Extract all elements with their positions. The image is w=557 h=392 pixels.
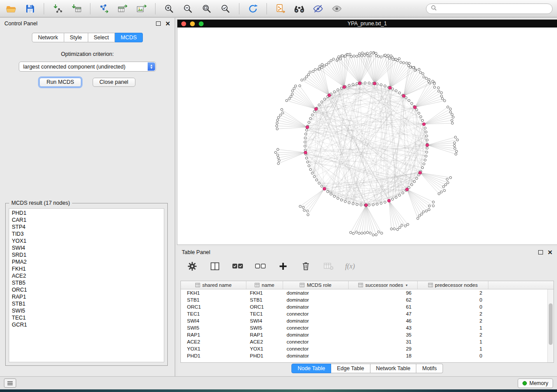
- tab-network[interactable]: Network: [32, 33, 64, 42]
- table-tab-network-table[interactable]: Network Table: [370, 364, 417, 373]
- status-bar: Memory: [0, 376, 557, 389]
- search-box[interactable]: [426, 3, 553, 14]
- mcds-result-item[interactable]: ORC1: [12, 286, 164, 293]
- network-window: YPA_prune.txt_1: [177, 20, 557, 244]
- cell-shared-name: YOX1: [181, 345, 246, 352]
- table-row[interactable]: YOX1YOX1connector291: [181, 345, 554, 352]
- table-tab-edge-table[interactable]: Edge Table: [331, 364, 370, 373]
- table-row[interactable]: ACE2ACE2connector311: [181, 338, 554, 345]
- mcds-result-item[interactable]: STB5: [12, 279, 164, 286]
- mcds-result-item[interactable]: RAP1: [12, 293, 164, 300]
- memory-button[interactable]: Memory: [518, 378, 553, 388]
- mcds-result-item[interactable]: TID3: [12, 230, 164, 237]
- mcds-result-item[interactable]: STB1: [12, 300, 164, 307]
- mcds-result-item[interactable]: GCR1: [12, 321, 164, 328]
- table-row[interactable]: TEC1TEC1connector472: [181, 310, 554, 317]
- window-minimize-button[interactable]: [190, 21, 195, 26]
- add-column-icon[interactable]: [277, 261, 289, 272]
- cell-successor-nodes: 46: [349, 317, 418, 324]
- network-graph[interactable]: [177, 28, 557, 244]
- mcds-result-item[interactable]: STP4: [12, 224, 164, 230]
- zoom-selected-icon[interactable]: [218, 2, 232, 15]
- table-tab-node-table[interactable]: Node Table: [291, 364, 331, 373]
- table-scrollbar-thumb[interactable]: [549, 303, 553, 345]
- refresh-layout-icon[interactable]: [246, 2, 260, 15]
- mcds-result-item[interactable]: PMA2: [12, 258, 164, 265]
- tab-select[interactable]: Select: [88, 33, 115, 42]
- clone-network-icon[interactable]: [273, 2, 287, 15]
- cell-shared-name: STB1: [181, 296, 246, 303]
- cell-name: ORC1: [246, 303, 283, 310]
- mcds-result-item[interactable]: CAR1: [12, 217, 164, 224]
- network-window-titlebar: YPA_prune.txt_1: [177, 20, 557, 28]
- cell-name: RAP1: [246, 331, 283, 338]
- mcds-result-item[interactable]: SRD1: [12, 251, 164, 258]
- cell-predecessor-nodes: 1: [418, 345, 488, 352]
- cell-name: STB1: [246, 296, 283, 303]
- tab-style[interactable]: Style: [64, 33, 88, 42]
- column-header-MCDS-role[interactable]: MCDS role: [283, 281, 349, 289]
- mcds-result-item[interactable]: TEC1: [12, 314, 164, 321]
- main-toolbar: [0, 0, 557, 17]
- table-scrollbar[interactable]: [547, 289, 554, 362]
- search-input[interactable]: [439, 5, 548, 12]
- column-header-filler: [488, 281, 554, 289]
- column-header-name[interactable]: name: [246, 281, 283, 289]
- float-table-panel-icon[interactable]: [538, 250, 543, 254]
- tab-mcds[interactable]: MCDS: [115, 33, 143, 42]
- cell-shared-name: FKH1: [181, 289, 246, 296]
- zoom-out-icon[interactable]: [181, 2, 195, 15]
- cell-predecessor-nodes: 2: [418, 331, 488, 338]
- table-tab-motifs[interactable]: Motifs: [416, 364, 443, 373]
- panel-menu-button[interactable]: [4, 378, 16, 388]
- table-row[interactable]: SWI4SWI4dominator462: [181, 317, 554, 324]
- table-row[interactable]: ORC1ORC1dominator610: [181, 303, 554, 310]
- mcds-result-item[interactable]: YOX1: [12, 237, 164, 244]
- mcds-result-item[interactable]: FKH1: [12, 265, 164, 272]
- mcds-result-item[interactable]: SWI4: [12, 244, 164, 251]
- network-canvas[interactable]: [177, 28, 557, 244]
- close-panel-icon[interactable]: ✕: [165, 21, 170, 27]
- window-zoom-button[interactable]: [199, 21, 204, 26]
- table-row[interactable]: RAP1RAP1dominator352: [181, 331, 554, 338]
- cell-name: PHD1: [246, 352, 283, 359]
- column-header-predecessor-nodes[interactable]: predecessor nodes: [418, 281, 488, 289]
- show-details-icon[interactable]: [330, 2, 344, 15]
- select-all-icon[interactable]: [232, 261, 244, 272]
- open-file-icon[interactable]: [4, 2, 18, 15]
- table-row[interactable]: PHD1PHD1dominator180: [181, 352, 554, 359]
- run-mcds-button[interactable]: Run MCDS: [39, 78, 81, 87]
- cell-name: TEC1: [246, 310, 283, 317]
- search-network-icon[interactable]: [292, 2, 306, 15]
- mcds-result-item[interactable]: PHD1: [12, 210, 164, 217]
- table-row[interactable]: FKH1FKH1dominator962: [181, 289, 554, 296]
- mcds-result-item[interactable]: SWI5: [12, 307, 164, 314]
- zoom-fit-icon[interactable]: [200, 2, 214, 15]
- column-header-successor-nodes[interactable]: successor nodes▾: [349, 281, 418, 289]
- mcds-result-item[interactable]: ACE2: [12, 272, 164, 279]
- window-controls: [181, 21, 204, 26]
- import-table-icon[interactable]: [69, 2, 83, 15]
- close-table-panel-icon[interactable]: ✕: [547, 249, 553, 255]
- export-table-icon[interactable]: [116, 2, 130, 15]
- delete-column-icon[interactable]: [300, 261, 312, 272]
- node-table-body: FKH1FKH1dominator962STB1STB1dominator620…: [181, 289, 554, 359]
- export-image-icon[interactable]: [135, 2, 149, 15]
- deselect-all-icon[interactable]: [254, 261, 266, 272]
- columns-icon[interactable]: [209, 261, 221, 272]
- save-icon[interactable]: [23, 2, 37, 15]
- control-panel: Control Panel ✕ NetworkStyleSelectMCDS O…: [0, 18, 175, 376]
- import-network-icon[interactable]: [51, 2, 65, 15]
- window-close-button[interactable]: [181, 21, 186, 26]
- table-row[interactable]: STB1STB1dominator620: [181, 296, 554, 303]
- float-panel-icon[interactable]: [156, 21, 161, 26]
- optimization-criterion-select[interactable]: largest connected component (undirected)…: [19, 62, 156, 72]
- column-header-shared-name[interactable]: shared name: [181, 281, 246, 289]
- table-row[interactable]: SWI5SWI5connector431: [181, 324, 554, 331]
- close-panel-button[interactable]: Close panel: [93, 78, 135, 87]
- export-network-icon[interactable]: [97, 2, 111, 15]
- cell-shared-name: SWI4: [181, 317, 246, 324]
- zoom-in-icon[interactable]: [162, 2, 176, 15]
- hide-details-icon[interactable]: [311, 2, 325, 15]
- gear-icon[interactable]: [186, 261, 198, 272]
